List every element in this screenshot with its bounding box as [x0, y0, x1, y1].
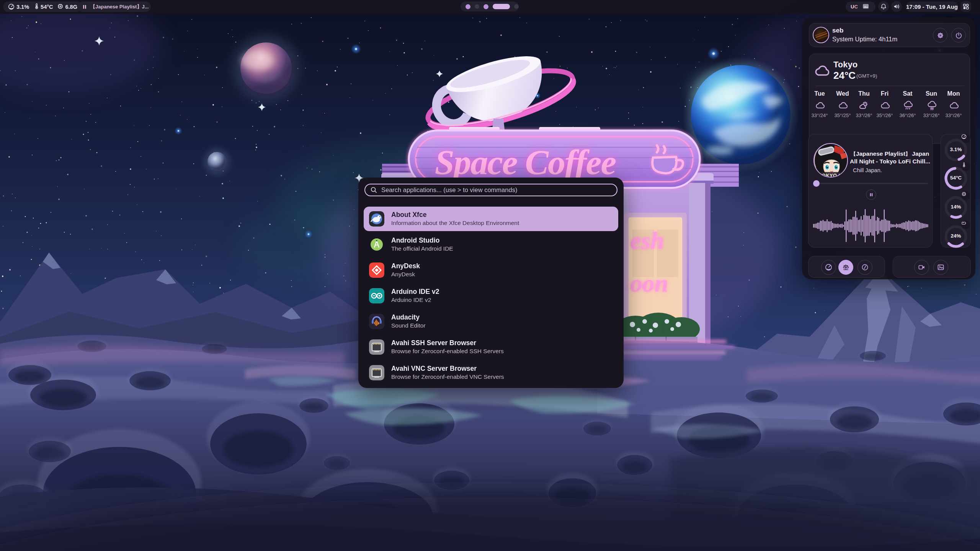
svg-text:TOKYO LO: TOKYO LO — [819, 173, 846, 178]
svg-text:esh: esh — [630, 227, 664, 254]
svg-text:Space Coffee: Space Coffee — [435, 143, 616, 182]
svg-text:oon: oon — [630, 270, 668, 297]
